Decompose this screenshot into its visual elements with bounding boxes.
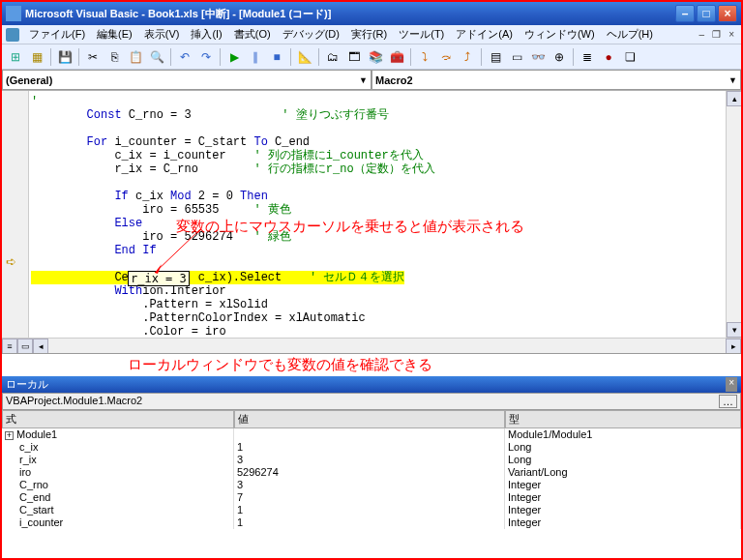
undo-icon[interactable]: ↶ — [175, 47, 194, 67]
locals-window-icon[interactable]: ▤ — [486, 47, 505, 67]
expand-icon[interactable]: + — [5, 431, 14, 440]
menu-edit[interactable]: 編集(E) — [93, 25, 136, 44]
comment-icon[interactable]: ❏ — [620, 47, 639, 67]
locals-row-value: 3 — [234, 479, 505, 491]
properties-icon[interactable]: 🗔 — [344, 47, 364, 67]
mdi-restore[interactable]: ❐ — [709, 29, 724, 40]
locals-row-expr[interactable]: C_end — [2, 491, 234, 504]
watch-window-icon[interactable]: 👓 — [528, 47, 548, 67]
reset-icon[interactable]: ■ — [267, 47, 286, 67]
horizontal-scrollbar[interactable]: ≡ ▭ ◂ ▸ — [2, 338, 741, 353]
object-browser-icon[interactable]: 📚 — [366, 47, 385, 67]
step-over-icon[interactable]: ⤼ — [436, 47, 456, 67]
excel-icon[interactable] — [6, 28, 19, 42]
locals-row-type: Integer — [505, 491, 741, 504]
save-icon[interactable]: 💾 — [55, 47, 74, 67]
menu-insert[interactable]: 挿入(I) — [187, 25, 225, 44]
toolbar: ⊞ ▦ 💾 ✂ ⎘ 📋 🔍 ↶ ↷ ▶ ∥ ■ 📐 🗂 🗔 📚 🧰 ⤵ ⤼ ⤴ … — [2, 44, 741, 70]
locals-row-expr[interactable]: iro — [2, 466, 234, 479]
maximize-button[interactable]: □ — [697, 5, 716, 22]
proc-view-icon[interactable]: ▭ — [17, 339, 33, 354]
paste-icon[interactable]: 📋 — [126, 47, 145, 67]
chevron-down-icon: ▼ — [728, 75, 737, 85]
vertical-scrollbar[interactable]: ▴ ▾ — [726, 91, 741, 353]
locals-row-type: Integer — [505, 516, 741, 529]
locals-path-bar: VBAProject.Module1.Macro2 … — [2, 393, 741, 410]
redo-icon[interactable]: ↷ — [196, 47, 216, 67]
locals-row-value — [234, 428, 505, 441]
window-title: Microsoft Visual Basic - Book1.xls [中断] … — [25, 7, 331, 21]
menu-help[interactable]: ヘルプ(H) — [603, 25, 657, 44]
execution-pointer-icon: ➪ — [6, 254, 16, 269]
cut-icon[interactable]: ✂ — [83, 47, 103, 67]
project-explorer-icon[interactable]: 🗂 — [323, 47, 342, 67]
locals-header-expr[interactable]: 式 — [2, 410, 234, 428]
object-combo[interactable]: (General) ▼ — [2, 70, 372, 90]
copy-icon[interactable]: ⎘ — [104, 47, 124, 67]
app-icon — [6, 6, 21, 21]
locals-row-expr[interactable]: C_rno — [2, 479, 234, 491]
locals-row-expr[interactable]: i_counter — [2, 516, 234, 529]
locals-row-value: 3 — [234, 454, 505, 466]
annotation-arrow — [152, 229, 210, 278]
locals-row-value: 1 — [234, 441, 505, 454]
annotation-locals-text: ローカルウィンドウでも変数の値を確認できる — [2, 354, 741, 376]
toolbox-icon[interactable]: 🧰 — [387, 47, 406, 67]
menu-view[interactable]: 表示(V) — [140, 25, 184, 44]
locals-row-expr[interactable]: C_start — [2, 504, 234, 516]
locals-titlebar[interactable]: ローカル × — [2, 376, 741, 393]
call-stack-icon[interactable]: ≣ — [578, 47, 597, 67]
menu-debug[interactable]: デバッグ(D) — [279, 25, 343, 44]
step-out-icon[interactable]: ⤴ — [458, 47, 477, 67]
menubar: ファイル(F) 編集(E) 表示(V) 挿入(I) 書式(O) デバッグ(D) … — [2, 25, 741, 44]
scroll-up-icon[interactable]: ▴ — [727, 91, 741, 106]
procedure-combo-value: Macro2 — [375, 74, 413, 86]
locals-window: ローカル × VBAProject.Module1.Macro2 … 式 値 型… — [2, 376, 741, 529]
view-excel-icon[interactable]: ⊞ — [6, 47, 25, 67]
procedure-combo[interactable]: Macro2 ▼ — [372, 70, 741, 90]
scroll-down-icon[interactable]: ▾ — [727, 322, 741, 338]
close-button[interactable]: × — [718, 5, 737, 22]
menu-file[interactable]: ファイル(F) — [25, 25, 89, 44]
locals-row-expr[interactable]: +Module1 — [2, 428, 234, 441]
locals-header-value[interactable]: 値 — [234, 410, 505, 428]
minimize-button[interactable]: – — [675, 5, 695, 22]
window-buttons: – □ × — [675, 5, 737, 22]
design-mode-icon[interactable]: 📐 — [295, 47, 314, 67]
locals-row-expr[interactable]: c_ix — [2, 441, 234, 454]
locals-row-value: 5296274 — [234, 466, 505, 479]
mdi-close[interactable]: × — [726, 29, 737, 40]
find-icon[interactable]: 🔍 — [147, 47, 166, 67]
menu-run[interactable]: 実行(R) — [347, 25, 391, 44]
locals-row-value: 7 — [234, 491, 505, 504]
step-into-icon[interactable]: ⤵ — [415, 47, 434, 67]
menu-addins[interactable]: アドイン(A) — [452, 25, 517, 44]
locals-row-type: Integer — [505, 479, 741, 491]
chevron-down-icon: ▼ — [359, 75, 368, 85]
run-icon[interactable]: ▶ — [224, 47, 244, 67]
locals-row-expr[interactable]: r_ix — [2, 454, 234, 466]
menu-window[interactable]: ウィンドウ(W) — [520, 25, 599, 44]
immediate-window-icon[interactable]: ▭ — [507, 47, 526, 67]
insert-module-icon[interactable]: ▦ — [27, 47, 46, 67]
break-icon[interactable]: ∥ — [246, 47, 265, 67]
svg-marker-1 — [155, 264, 162, 274]
scroll-left-icon[interactable]: ◂ — [33, 339, 48, 354]
locals-row-type: Module1/Module1 — [505, 428, 741, 441]
mdi-minimize[interactable]: – — [697, 29, 708, 40]
titlebar: Microsoft Visual Basic - Book1.xls [中断] … — [2, 2, 741, 25]
locals-close-icon[interactable]: × — [726, 377, 737, 392]
code-dropdowns: (General) ▼ Macro2 ▼ — [2, 70, 741, 91]
full-module-view-icon[interactable]: ≡ — [2, 339, 17, 354]
scroll-right-icon[interactable]: ▸ — [726, 339, 741, 354]
locals-path-button[interactable]: … — [719, 395, 737, 408]
quick-watch-icon[interactable]: ⊕ — [550, 47, 569, 67]
svg-line-0 — [155, 229, 200, 273]
locals-title-text: ローカル — [6, 377, 48, 392]
menu-tools[interactable]: ツール(T) — [395, 25, 448, 44]
code-editor[interactable]: ➪ ' Const C_rno = 3 ' 塗りつぶす行番号 For i_cou… — [2, 91, 741, 354]
menu-format[interactable]: 書式(O) — [230, 25, 275, 44]
annotation-hover-text: 変数の上にマウスカーソルを乗せると値が表示される — [176, 218, 524, 236]
locals-header-type[interactable]: 型 — [505, 410, 741, 428]
breakpoint-icon[interactable]: ● — [599, 47, 618, 67]
